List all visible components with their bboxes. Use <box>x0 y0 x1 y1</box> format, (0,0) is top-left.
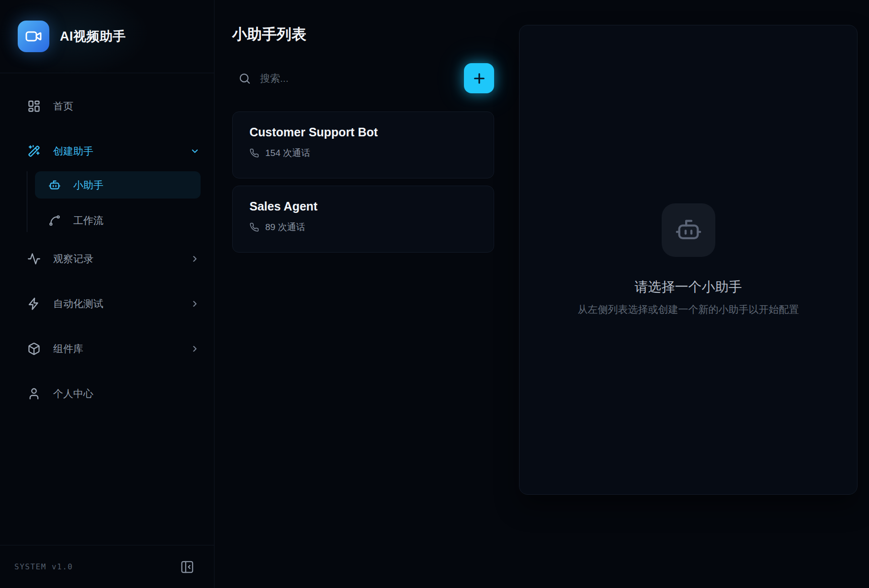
search-input[interactable] <box>259 72 464 85</box>
chevron-right-icon <box>190 299 200 309</box>
dashboard-icon <box>27 100 41 113</box>
user-icon <box>27 387 41 400</box>
empty-state-subtitle: 从左侧列表选择或创建一个新的小助手以开始配置 <box>578 303 799 316</box>
sidebar-item-label: 观察记录 <box>53 252 93 266</box>
sidebar-item-assistants[interactable]: 小助手 <box>35 171 201 199</box>
system-version: SYSTEM v1.0 <box>14 562 73 571</box>
assistant-list-panel: 小助手列表 Customer Support Bot <box>232 25 494 588</box>
sidebar-nav: 首页 创建助手 <box>0 73 214 545</box>
assistant-name: Sales Agent <box>249 200 477 213</box>
sidebar-item-label: 首页 <box>53 100 73 113</box>
sidebar-item-observation-records[interactable]: 观察记录 <box>0 247 214 270</box>
sidebar-item-automated-testing[interactable]: 自动化测试 <box>0 292 214 315</box>
assistant-meta: 154 次通话 <box>249 147 477 159</box>
sidebar: AI视频助手 首页 创建助手 <box>0 0 214 588</box>
video-camera-icon <box>25 28 42 45</box>
sidebar-item-label: 个人中心 <box>53 387 93 400</box>
assistant-meta: 89 次通话 <box>249 221 477 233</box>
empty-state-icon-box <box>662 203 715 257</box>
page-title: 小助手列表 <box>232 25 494 44</box>
bot-icon <box>48 179 61 191</box>
assistant-call-count: 89 次通话 <box>265 221 305 233</box>
bot-icon <box>675 216 702 244</box>
sidebar-item-label: 小助手 <box>73 178 103 192</box>
collapse-sidebar-button[interactable] <box>180 559 195 575</box>
activity-icon <box>27 252 41 266</box>
wand-sparkles-icon <box>27 144 41 158</box>
app-title: AI视频助手 <box>60 28 126 45</box>
chevron-right-icon <box>190 254 200 264</box>
search-row <box>232 63 494 93</box>
workflow-spline-icon <box>48 214 61 227</box>
sidebar-item-label: 工作流 <box>73 214 103 227</box>
sidebar-item-component-library[interactable]: 组件库 <box>0 337 214 360</box>
sidebar-item-label: 创建助手 <box>53 144 93 158</box>
create-assistant-submenu: 小助手 工作流 <box>27 171 201 232</box>
assistant-card[interactable]: Sales Agent 89 次通话 <box>232 186 494 253</box>
app-logo <box>18 21 49 52</box>
sidebar-item-profile[interactable]: 个人中心 <box>0 382 214 405</box>
zap-icon <box>27 297 41 311</box>
sidebar-item-workflow[interactable]: 工作流 <box>35 209 201 232</box>
main-area: 小助手列表 Customer Support Bot <box>214 0 869 588</box>
panel-collapse-icon <box>180 560 194 574</box>
phone-icon <box>249 222 259 232</box>
app-root: AI视频助手 首页 创建助手 <box>0 0 869 588</box>
assistant-name: Customer Support Bot <box>249 125 477 139</box>
sidebar-item-home[interactable]: 首页 <box>0 95 214 118</box>
sidebar-item-label: 组件库 <box>53 342 83 355</box>
assistant-detail-panel: 请选择一个小助手 从左侧列表选择或创建一个新的小助手以开始配置 <box>519 25 858 495</box>
search-icon <box>238 72 251 85</box>
add-assistant-button[interactable] <box>464 63 494 93</box>
sidebar-footer: SYSTEM v1.0 <box>0 545 214 588</box>
sidebar-item-create-assistant[interactable]: 创建助手 <box>0 140 214 163</box>
plus-icon <box>472 71 487 86</box>
app-logo-row: AI视频助手 <box>0 0 214 73</box>
assistant-card-list: Customer Support Bot 154 次通话 Sales Agent <box>232 111 494 253</box>
assistant-call-count: 154 次通话 <box>265 147 310 159</box>
empty-state-title: 请选择一个小助手 <box>578 278 799 296</box>
chevron-right-icon <box>190 344 200 354</box>
phone-icon <box>249 148 259 158</box>
sidebar-item-label: 自动化测试 <box>53 297 103 311</box>
box-icon <box>27 342 41 355</box>
empty-state: 请选择一个小助手 从左侧列表选择或创建一个新的小助手以开始配置 <box>578 203 799 316</box>
chevron-down-icon <box>190 146 200 156</box>
assistant-card[interactable]: Customer Support Bot 154 次通话 <box>232 111 494 178</box>
